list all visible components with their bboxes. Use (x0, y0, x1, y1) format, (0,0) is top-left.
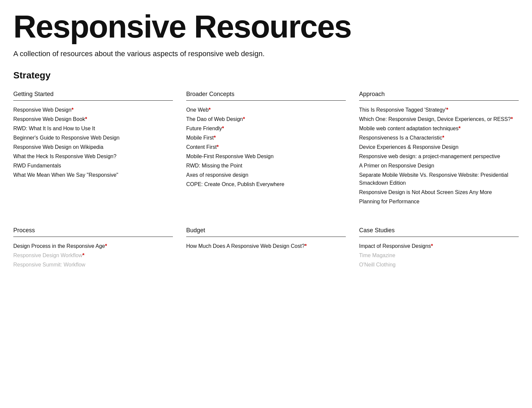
list-item: This Is Responsive Tagged 'Strategy'* (359, 106, 519, 114)
column-header-broader-concepts: Broader Concepts (186, 91, 346, 101)
list-item: Responsive Design is Not About Screen Si… (359, 188, 519, 196)
resource-link[interactable]: Responsive Web Design Book* (13, 116, 87, 122)
list-item: Beginner's Guide to Responsive Web Desig… (13, 134, 173, 142)
column-case-studies: Case StudiesImpact of Responsive Designs… (359, 227, 519, 270)
column-header-getting-started: Getting Started (13, 91, 173, 101)
list-item: Device Experiences & Responsive Design (359, 143, 519, 151)
list-item: Planning for Performance (359, 198, 519, 206)
resource-link[interactable]: Future Friendly* (186, 126, 224, 131)
list-item: Which One: Responsive Design, Device Exp… (359, 115, 519, 123)
list-item: Design Process in the Responsive Age* (13, 242, 173, 250)
list-item: Mobile web content adaptation techniques… (359, 125, 519, 133)
resource-link[interactable]: Mobile-First Responsive Web Design (186, 153, 274, 159)
list-item: Responsive Web Design on Wikipedia (13, 143, 173, 151)
column-approach: ApproachThis Is Responsive Tagged 'Strat… (359, 91, 519, 207)
resource-link[interactable]: Impact of Responsive Designs* (359, 243, 433, 249)
column-header-budget: Budget (186, 227, 346, 237)
resource-link[interactable]: RWD: Missing the Point (186, 163, 242, 168)
list-item: What We Mean When We Say "Responsive" (13, 171, 173, 179)
resource-link[interactable]: COPE: Create Once, Publish Everywhere (186, 181, 284, 187)
link-list-broader-concepts: One Web*The Dao of Web Design*Future Fri… (186, 106, 346, 188)
resource-link[interactable]: Responsive Summit: Workflow (13, 262, 85, 267)
list-item: Responsiveness Is a Characteristic* (359, 134, 519, 142)
section-bottom: ProcessDesign Process in the Responsive … (13, 227, 519, 270)
list-item: The Dao of Web Design* (186, 115, 346, 123)
resource-link[interactable]: Responsive Design Workflow* (13, 253, 84, 258)
resource-link[interactable]: Time Magazine (359, 253, 395, 258)
section-strategy: StrategyGetting StartedResponsive Web De… (13, 70, 519, 207)
column-process: ProcessDesign Process in the Responsive … (13, 227, 173, 270)
section-title-strategy: Strategy (13, 70, 519, 81)
resource-link[interactable]: Content First* (186, 144, 219, 150)
link-list-approach: This Is Responsive Tagged 'Strategy'*Whi… (359, 106, 519, 206)
column-header-case-studies: Case Studies (359, 227, 519, 237)
list-item: A Primer on Responsive Design (359, 162, 519, 170)
columns-grid-bottom: ProcessDesign Process in the Responsive … (13, 227, 519, 270)
list-item: RWD Fundamentals (13, 162, 173, 170)
resource-link[interactable]: Separate Mobile Website Vs. Responsive W… (359, 172, 508, 186)
list-item: RWD: Missing the Point (186, 162, 346, 170)
link-list-process: Design Process in the Responsive Age*Res… (13, 242, 173, 269)
page-title: Responsive Resources (13, 10, 519, 44)
list-item: Axes of responsive design (186, 171, 346, 179)
resource-link[interactable]: Device Experiences & Responsive Design (359, 144, 459, 150)
resource-link[interactable]: A Primer on Responsive Design (359, 163, 434, 168)
column-header-approach: Approach (359, 91, 519, 101)
resource-link[interactable]: Responsive web design: a project-managem… (359, 153, 500, 159)
resource-link[interactable]: Which One: Responsive Design, Device Exp… (359, 116, 513, 122)
resource-link[interactable]: Planning for Performance (359, 199, 419, 204)
list-item: Responsive Summit: Workflow (13, 261, 173, 269)
columns-grid-strategy: Getting StartedResponsive Web Design*Res… (13, 91, 519, 207)
list-item: Content First* (186, 143, 346, 151)
list-item: Mobile-First Responsive Web Design (186, 153, 346, 160)
resource-link[interactable]: Responsiveness Is a Characteristic* (359, 135, 444, 141)
resource-link[interactable]: O'Neill Clothing (359, 262, 396, 267)
link-list-budget: How Much Does A Responsive Web Design Co… (186, 242, 346, 250)
link-list-getting-started: Responsive Web Design*Responsive Web Des… (13, 106, 173, 179)
resource-link[interactable]: Responsive Web Design* (13, 107, 73, 113)
resource-link[interactable]: Beginner's Guide to Responsive Web Desig… (13, 135, 119, 141)
list-item: Responsive Web Design Book* (13, 115, 173, 123)
column-header-process: Process (13, 227, 173, 237)
list-item: COPE: Create Once, Publish Everywhere (186, 180, 346, 188)
resource-link[interactable]: Responsive Web Design on Wikipedia (13, 144, 103, 150)
list-item: Responsive web design: a project-managem… (359, 153, 519, 160)
resource-link[interactable]: Mobile web content adaptation techniques… (359, 126, 461, 131)
resource-link[interactable]: Axes of responsive design (186, 172, 248, 178)
resource-link[interactable]: One Web* (186, 107, 211, 113)
resource-link[interactable]: RWD Fundamentals (13, 163, 61, 168)
column-budget: BudgetHow Much Does A Responsive Web Des… (186, 227, 346, 270)
list-item: Impact of Responsive Designs* (359, 242, 519, 250)
list-item: Mobile First* (186, 134, 346, 142)
list-item: Responsive Web Design* (13, 106, 173, 114)
resource-link[interactable]: What the Heck Is Responsive Web Design? (13, 153, 116, 159)
resource-link[interactable]: Design Process in the Responsive Age* (13, 243, 107, 249)
resource-link[interactable]: This Is Responsive Tagged 'Strategy'* (359, 107, 448, 113)
resource-link[interactable]: The Dao of Web Design* (186, 116, 245, 122)
resource-link[interactable]: Mobile First* (186, 135, 216, 141)
page-subtitle: A collection of resources about the vari… (13, 50, 519, 58)
list-item: What the Heck Is Responsive Web Design? (13, 153, 173, 160)
list-item: Future Friendly* (186, 125, 346, 133)
resource-link[interactable]: RWD: What It Is and How to Use It (13, 126, 95, 131)
resource-link[interactable]: How Much Does A Responsive Web Design Co… (186, 243, 307, 249)
list-item: Time Magazine (359, 252, 519, 259)
list-item: Separate Mobile Website Vs. Responsive W… (359, 171, 519, 187)
list-item: One Web* (186, 106, 346, 114)
column-getting-started: Getting StartedResponsive Web Design*Res… (13, 91, 173, 207)
list-item: RWD: What It Is and How to Use It (13, 125, 173, 133)
list-item: How Much Does A Responsive Web Design Co… (186, 242, 346, 250)
column-broader-concepts: Broader ConceptsOne Web*The Dao of Web D… (186, 91, 346, 207)
list-item: O'Neill Clothing (359, 261, 519, 269)
resource-link[interactable]: Responsive Design is Not About Screen Si… (359, 189, 492, 195)
resource-link[interactable]: What We Mean When We Say "Responsive" (13, 172, 118, 178)
list-item: Responsive Design Workflow* (13, 252, 173, 259)
link-list-case-studies: Impact of Responsive Designs*Time Magazi… (359, 242, 519, 269)
